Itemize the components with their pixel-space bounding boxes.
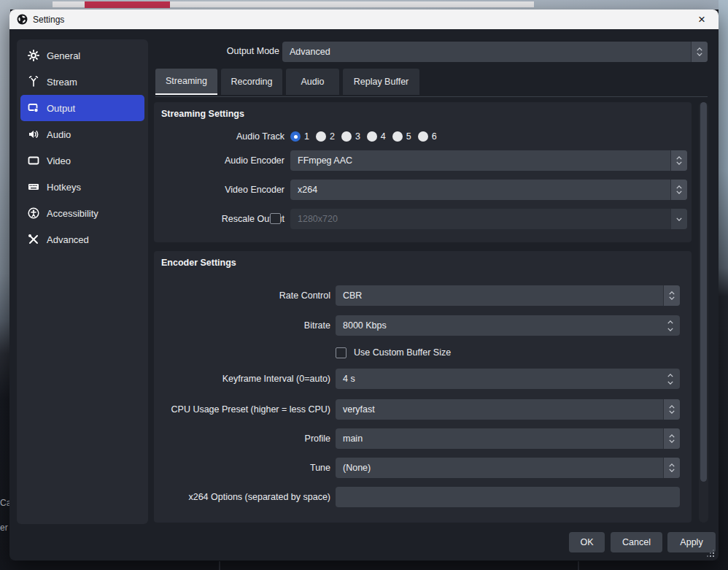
output-mode-label: Output Mode [119, 42, 279, 61]
tab-streaming[interactable]: Streaming [155, 69, 217, 95]
output-mode-select[interactable]: Advanced [282, 42, 708, 62]
audio-track-option[interactable]: 3 [341, 131, 360, 142]
close-icon[interactable]: × [692, 9, 711, 29]
keyframe-interval-spinner[interactable]: 4 s [336, 369, 680, 389]
sidebar-item-stream[interactable]: Stream [20, 69, 144, 95]
cancel-button[interactable]: Cancel [611, 532, 662, 552]
sidebar-item-label: Stream [47, 77, 77, 88]
profile-label: Profile [154, 428, 330, 449]
custom-buffer-label: Use Custom Buffer Size [354, 347, 451, 358]
spinner-chevrons-icon[interactable] [691, 42, 708, 62]
sidebar-item-advanced[interactable]: Advanced [20, 226, 144, 253]
bitrate-spinner[interactable]: 8000 Kbps [336, 315, 680, 336]
encoder-settings-panel: Encoder Settings Rate Control CBR Bitrat… [154, 251, 692, 523]
display-icon [28, 155, 39, 166]
radio-icon[interactable] [316, 131, 326, 142]
dock-divider [578, 561, 579, 570]
section-title: Streaming Settings [161, 109, 244, 119]
custom-buffer-checkbox[interactable] [336, 347, 346, 358]
rate-control-select[interactable]: CBR [336, 285, 680, 306]
rescale-resolution-select: 1280x720 [290, 209, 687, 229]
audio-track-option[interactable]: 5 [392, 131, 411, 142]
audio-encoder-select[interactable]: FFmpeg AAC [290, 150, 687, 171]
sidebar-item-video[interactable]: Video [20, 147, 144, 174]
audio-track-radio-group: 1 2 3 4 5 6 [290, 130, 437, 143]
sidebar-item-audio[interactable]: Audio [20, 121, 144, 147]
keyframe-interval-label: Keyframe Interval (0=auto) [154, 369, 330, 389]
radio-icon[interactable] [367, 131, 377, 142]
scrollbar-thumb[interactable] [700, 102, 707, 482]
streaming-settings-panel: Streaming Settings Audio Track 1 2 3 4 5… [154, 102, 692, 242]
video-encoder-label: Video Encoder [154, 180, 284, 200]
sidebar-item-label: Audio [47, 129, 71, 140]
wallpaper-left-edge [0, 0, 10, 570]
spinner-chevrons-icon[interactable] [670, 150, 687, 171]
audio-track-label: Audio Track [154, 126, 284, 147]
audio-track-option[interactable]: 1 [290, 131, 309, 142]
profile-select[interactable]: main [336, 428, 680, 449]
sidebar-item-hotkeys[interactable]: Hotkeys [20, 174, 144, 200]
tab-replay-buffer[interactable]: Replay Buffer [343, 69, 419, 95]
chevron-down-icon [670, 209, 687, 229]
sidebar-item-label: General [47, 50, 80, 61]
title-bar[interactable]: Settings × [9, 9, 719, 29]
sidebar-item-output[interactable]: Output [20, 95, 144, 121]
rescale-output-checkbox[interactable] [270, 213, 281, 224]
dock-divider [219, 561, 220, 570]
spinner-chevrons-icon[interactable] [663, 399, 680, 420]
sidebar-item-accessibility[interactable]: Accessibility [20, 200, 144, 226]
scrollbar-track[interactable] [699, 102, 708, 523]
section-title: Encoder Settings [161, 258, 236, 268]
sidebar-item-label: Accessibility [47, 208, 98, 219]
ok-button[interactable]: OK [569, 532, 605, 552]
settings-sidebar: General Stream Output [17, 39, 148, 524]
spinner-arrows-icon[interactable] [661, 320, 680, 331]
radio-icon[interactable] [418, 131, 428, 142]
tune-select[interactable]: (None) [336, 458, 680, 478]
spinner-arrows-icon[interactable] [661, 374, 680, 385]
spinner-chevrons-icon[interactable] [663, 285, 680, 306]
speaker-icon [28, 128, 39, 140]
audio-track-option[interactable]: 4 [367, 131, 386, 142]
desktop-background: Ca er Settings × [0, 0, 728, 570]
keyboard-icon [28, 181, 39, 193]
audio-track-option[interactable]: 2 [316, 131, 335, 142]
antenna-icon [28, 76, 39, 88]
rescale-output-label: Rescale Output [154, 209, 284, 229]
tune-label: Tune [154, 458, 330, 478]
obs-logo-icon [17, 14, 28, 25]
radio-icon[interactable] [341, 131, 352, 142]
wallpaper-right-edge [719, 0, 728, 570]
wallpaper-red-bar [85, 1, 170, 8]
tab-recording[interactable]: Recording [221, 69, 282, 95]
audio-track-option[interactable]: 6 [418, 131, 437, 142]
radio-selected-icon[interactable] [290, 131, 301, 142]
cpu-preset-select[interactable]: veryfast [336, 399, 680, 420]
apply-button[interactable]: Apply [667, 532, 716, 552]
tools-icon [28, 234, 39, 245]
cpu-preset-label: CPU Usage Preset (higher = less CPU) [154, 399, 330, 420]
tab-separator [155, 96, 708, 97]
main-window-bottom-strip [10, 561, 719, 570]
sidebar-item-label: Output [47, 103, 75, 114]
sidebar-item-label: Advanced [47, 234, 89, 245]
sidebar-item-label: Video [47, 155, 71, 166]
custom-buffer-row[interactable]: Use Custom Buffer Size [336, 346, 451, 359]
spinner-chevrons-icon[interactable] [663, 428, 680, 449]
dialog-title: Settings [33, 15, 64, 25]
settings-dialog: Settings × General [9, 9, 719, 561]
spinner-chevrons-icon[interactable] [663, 458, 680, 478]
sidebar-item-label: Hotkeys [47, 182, 81, 193]
output-mode-value: Advanced [282, 47, 691, 57]
bitrate-label: Bitrate [154, 315, 330, 336]
x264-options-input[interactable] [336, 492, 680, 502]
audio-encoder-label: Audio Encoder [154, 150, 284, 171]
rate-control-label: Rate Control [154, 285, 330, 306]
video-encoder-select[interactable]: x264 [290, 180, 687, 200]
gear-icon [28, 50, 39, 61]
tab-audio[interactable]: Audio [286, 69, 339, 95]
accessibility-icon [28, 207, 39, 219]
radio-icon[interactable] [392, 131, 403, 142]
resize-grip-icon[interactable] [713, 555, 714, 557]
spinner-chevrons-icon[interactable] [670, 180, 687, 200]
